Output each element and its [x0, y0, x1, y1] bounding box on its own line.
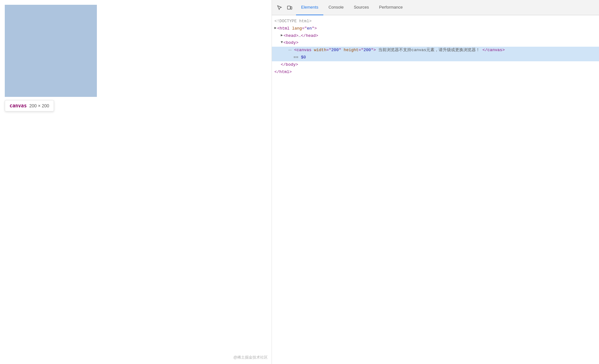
dollar-zero-line: == $0 [272, 54, 599, 61]
body-close-line[interactable]: </body> [272, 61, 599, 69]
html-close-line[interactable]: </html> [272, 69, 599, 76]
html-open-line[interactable]: ▶<html lang="en"> [272, 25, 599, 32]
tab-elements[interactable]: Elements [296, 0, 323, 15]
doctype-line: <!DOCTYPE html> [272, 18, 599, 25]
watermark-text: @稀土掘金技术社区 [233, 355, 268, 360]
devtools-tabs: Elements Console Sources Performance [296, 0, 408, 15]
tab-sources[interactable]: Sources [349, 0, 374, 15]
triangle-head-icon: ▶ [281, 33, 283, 38]
device-icon [287, 5, 292, 10]
triangle-right-icon: ▶ [274, 25, 277, 31]
head-line[interactable]: ▶<head>…</head> [272, 32, 599, 40]
doctype-text: <!DOCTYPE html> [274, 18, 312, 25]
dollar-zero-text: $0 [301, 54, 306, 61]
tooltip-tag: canvas [10, 103, 27, 109]
elements-panel-content: <!DOCTYPE html> ▶<html lang="en"> ▶<head… [272, 15, 599, 364]
body-open-line[interactable]: ▼<body> [272, 39, 599, 47]
tooltip-size: 200 × 200 [29, 103, 49, 108]
webpage-preview: canvas 200 × 200 @稀土掘金技术社区 [0, 0, 272, 364]
canvas-line[interactable]: ···<canvas width="200" height="200"> 当前浏… [272, 47, 599, 54]
devtools-panel: Elements Console Sources Performance <!D… [272, 0, 599, 364]
element-tooltip: canvas 200 × 200 [5, 100, 54, 111]
triangle-body-icon: ▼ [281, 40, 283, 45]
inspector-button[interactable] [274, 3, 285, 13]
svg-rect-0 [287, 6, 290, 9]
devtools-toolbar: Elements Console Sources Performance [272, 0, 599, 15]
svg-rect-1 [291, 7, 292, 9]
equals-text: == [293, 54, 299, 61]
tab-performance[interactable]: Performance [374, 0, 408, 15]
line-options-button[interactable]: ··· [287, 47, 293, 53]
tab-console[interactable]: Console [323, 0, 349, 15]
device-toggle-button[interactable] [285, 3, 295, 13]
inspector-icon [277, 5, 282, 10]
canvas-element [5, 5, 97, 97]
